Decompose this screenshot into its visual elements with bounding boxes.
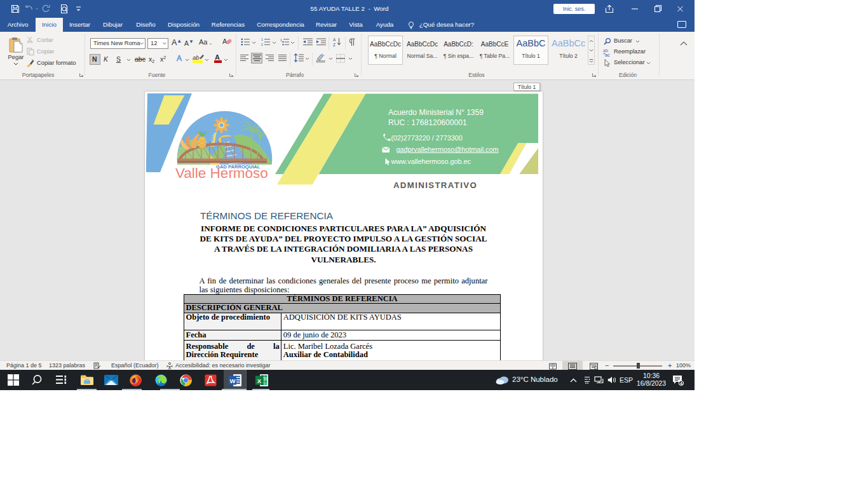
svg-text:W: W <box>230 377 236 384</box>
svg-text:gadprvallehermoso@hotmail.com: gadprvallehermoso@hotmail.com <box>397 146 499 153</box>
svg-text:ac: ac <box>605 53 610 57</box>
svg-text:GAD PARROQUIAL: GAD PARROQUIAL <box>216 164 261 170</box>
svg-text:(02)2773220 / 2773300: (02)2773220 / 2773300 <box>391 134 463 142</box>
svg-text:1: 1 <box>261 38 263 41</box>
svg-text:Z: Z <box>333 43 336 47</box>
svg-text:1: 1 <box>280 38 282 42</box>
svg-text:A: A <box>333 37 336 42</box>
svg-text:X: X <box>257 377 262 384</box>
svg-text:2: 2 <box>261 43 263 46</box>
svg-text:Acuerdo Ministerial N° 1359: Acuerdo Ministerial N° 1359 <box>388 108 484 117</box>
svg-text:www.vallehermoso.gob.ec: www.vallehermoso.gob.ec <box>391 158 471 165</box>
svg-text:RUC : 1768120600001: RUC : 1768120600001 <box>388 118 467 127</box>
